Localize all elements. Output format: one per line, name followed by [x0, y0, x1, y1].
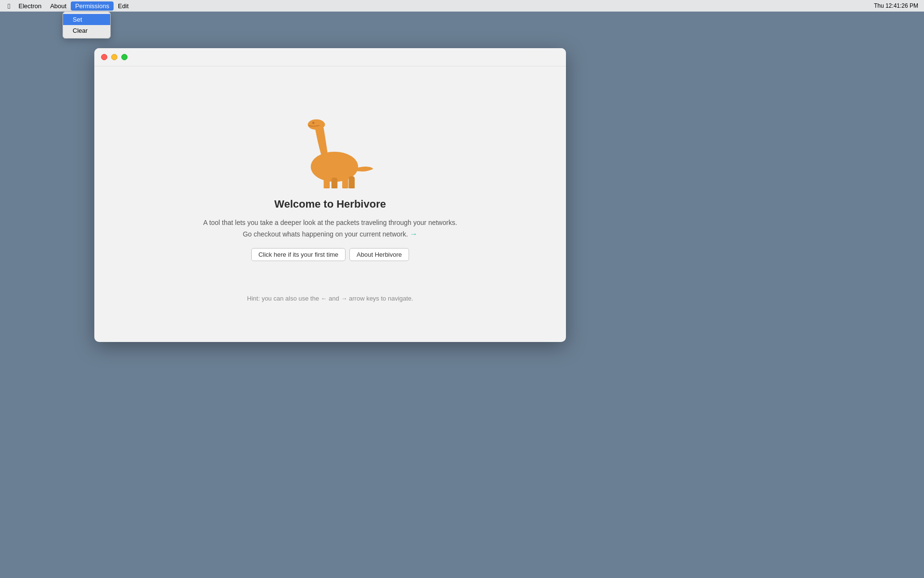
menubar-about[interactable]: About — [46, 1, 71, 11]
dropdown-clear[interactable]: Clear — [63, 25, 110, 36]
menubar:  Electron About Permissions Edit Thu 12… — [0, 0, 924, 12]
permissions-dropdown: Set Clear — [63, 12, 111, 39]
menubar-right: Thu 12:41:26 PM — [872, 2, 920, 9]
arrow-right-icon[interactable]: → — [410, 230, 418, 238]
window-close-button[interactable] — [101, 54, 107, 60]
window-minimize-button[interactable] — [111, 54, 117, 60]
dino-illustration — [282, 106, 378, 188]
svg-rect-6 — [348, 176, 355, 188]
svg-point-1 — [308, 119, 325, 130]
welcome-buttons: Click here if its your first time About … — [251, 248, 409, 261]
svg-rect-5 — [342, 176, 348, 188]
window-content: Welcome to Herbivore A tool that lets yo… — [94, 66, 566, 342]
svg-point-2 — [312, 122, 314, 124]
menubar-left:  Electron About Permissions Edit — [4, 1, 133, 11]
navigation-hint: Hint: you can also use the ← and → arrow… — [247, 295, 413, 302]
window-maximize-button[interactable] — [121, 54, 128, 60]
menubar-electron[interactable]: Electron — [14, 1, 46, 11]
apple-menu[interactable]:  — [4, 2, 14, 10]
menubar-permissions[interactable]: Permissions — [71, 1, 114, 11]
first-time-button[interactable]: Click here if its your first time — [251, 248, 346, 261]
about-herbivore-button[interactable]: About Herbivore — [349, 248, 409, 261]
dropdown-set[interactable]: Set — [63, 14, 110, 25]
dino-svg — [282, 106, 378, 188]
window-titlebar — [94, 48, 566, 66]
welcome-description: A tool that lets you take a deeper look … — [203, 217, 457, 240]
svg-rect-4 — [332, 178, 338, 188]
menubar-time: Thu 12:41:26 PM — [872, 2, 920, 9]
app-window: Welcome to Herbivore A tool that lets yo… — [94, 48, 566, 342]
menubar-edit[interactable]: Edit — [114, 1, 133, 11]
svg-rect-3 — [324, 178, 330, 188]
welcome-title: Welcome to Herbivore — [274, 198, 386, 210]
